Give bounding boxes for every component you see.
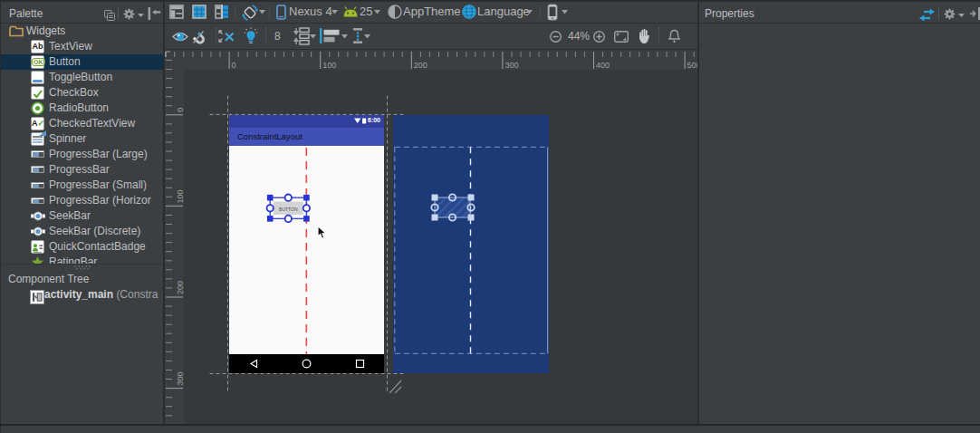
svg-text:BUTTON: BUTTON [279,207,298,212]
